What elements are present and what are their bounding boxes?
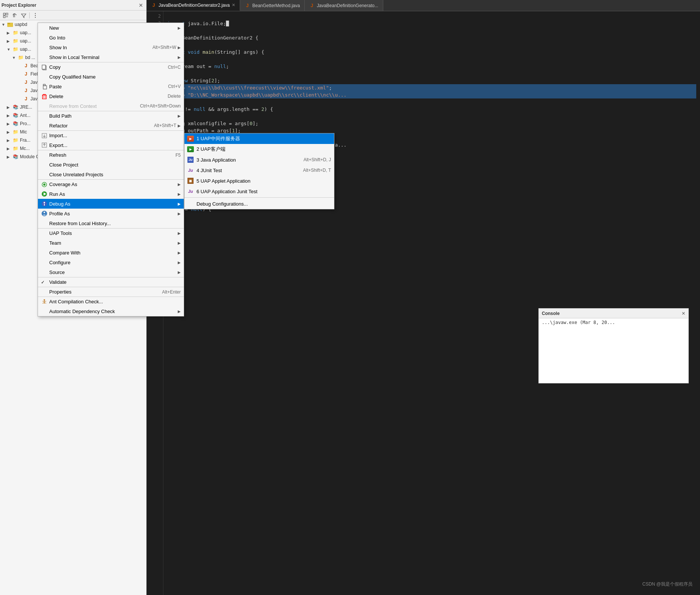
menu-shortcut: Alt+Shift+T xyxy=(154,123,176,128)
menu-item-restore[interactable]: Restore from Local History... xyxy=(38,218,184,228)
watermark: CSDN @我是个假程序员 xyxy=(642,581,692,587)
code-editor: J JavaBeanDefinitionGenerator2.java ✕ J … xyxy=(147,0,700,595)
submenu-item-label: 3 Java Application xyxy=(197,157,296,163)
collapse-all-button[interactable] xyxy=(2,11,10,20)
folder-icon: 📁 xyxy=(17,54,24,61)
tab-label: JavaBeanDefinitionGenerator2.java xyxy=(159,3,230,8)
menu-shortcut: Delete xyxy=(168,94,181,99)
menu-item-label: Export... xyxy=(49,142,181,148)
menu-item-label: Validate xyxy=(49,279,181,285)
tree-label: Ant... xyxy=(20,113,30,118)
svg-point-5 xyxy=(35,15,36,15)
menu-item-refresh[interactable]: Refresh F5 xyxy=(38,150,184,160)
menu-item-label: UAP Tools xyxy=(49,230,176,236)
console-text: ...\javaw.exe (Mar 8, 20... xyxy=(542,320,615,325)
debug-as-submenu: ▶ 1 UAP中间件服务器 ▶ 2 UAP客户端 Ju 3 Java Appli… xyxy=(184,133,334,209)
menu-item-profileas[interactable]: Profile As ▶ xyxy=(38,209,184,218)
project-explorer-toolbar xyxy=(0,11,146,20)
menu-item-paste[interactable]: Paste Ctrl+V xyxy=(38,82,184,91)
tree-item-uapbd-label: uapbd xyxy=(15,22,27,27)
project-icon xyxy=(7,21,14,28)
tab-beangettermethod[interactable]: J BeanGetterMethod.java xyxy=(240,0,305,11)
submenu-item-uap-server[interactable]: ▶ 1 UAP中间件服务器 xyxy=(184,133,334,144)
tree-label: Fra... xyxy=(20,138,30,143)
tab-bar: J JavaBeanDefinitionGenerator2.java ✕ J … xyxy=(147,0,700,11)
menu-item-showin[interactable]: Show In Alt+Shift+W ▶ xyxy=(38,42,184,52)
tab-close-icon[interactable]: ✕ xyxy=(232,3,235,8)
run-icon xyxy=(41,191,48,197)
menu-item-label: Remove from Context xyxy=(49,103,133,109)
svg-rect-10 xyxy=(42,65,45,69)
tree-item-mic-label: Mic xyxy=(20,129,27,135)
menu-item-delete[interactable]: Delete Delete xyxy=(38,91,184,101)
submenu-item-uap-client[interactable]: ▶ 2 UAP客户端 xyxy=(184,144,334,154)
link-with-editor-button[interactable] xyxy=(11,11,19,20)
menu-item-source[interactable]: Source ▶ xyxy=(38,267,184,277)
submenu-item-java-app[interactable]: Ju 3 Java Application Alt+Shift+D, J xyxy=(184,154,334,165)
menu-item-label: Refresh xyxy=(49,152,168,158)
menu-item-label: Close Unrelated Projects xyxy=(49,172,181,177)
menu-item-refactor[interactable]: Refactor Alt+Shift+T ▶ xyxy=(38,121,184,130)
code-line xyxy=(167,70,696,77)
menu-item-label: Delete xyxy=(49,94,160,99)
menu-item-coverageas[interactable]: Coverage As ▶ xyxy=(38,179,184,189)
menu-item-copy[interactable]: Copy Ctrl+C xyxy=(38,62,184,72)
menu-item-label: Build Path xyxy=(49,113,176,119)
menu-item-validate[interactable]: ✓ Validate xyxy=(38,277,184,287)
submenu-item-debug-configs[interactable]: Debug Configurations... xyxy=(184,198,334,209)
paste-icon xyxy=(41,83,48,90)
submenu-item-junit[interactable]: Ju 4 JUnit Test Alt+Shift+D, T xyxy=(184,165,334,176)
menu-item-debugas[interactable]: Debug As ▶ xyxy=(38,199,184,209)
menu-item-label: Compare With xyxy=(49,250,176,256)
menu-item-gointo[interactable]: Go Into xyxy=(38,33,184,42)
submenu-arrow-icon: ▶ xyxy=(178,192,181,196)
menu-item-export[interactable]: Export... xyxy=(38,140,184,150)
console-close-button[interactable]: ✕ xyxy=(682,311,685,316)
menu-item-runas[interactable]: Run As ▶ xyxy=(38,189,184,199)
submenu-separator xyxy=(184,197,334,198)
junit-icon: Ju xyxy=(187,167,194,174)
menu-item-import[interactable]: Import... xyxy=(38,130,184,140)
submenu-item-label: 2 UAP客户端 xyxy=(197,146,331,153)
submenu-arrow-icon: ▶ xyxy=(178,114,181,118)
menu-item-label: Show in Local Terminal xyxy=(49,55,176,60)
menu-item-antcheck[interactable]: Ant Compilation Check... xyxy=(38,297,184,306)
code-line: s = new String[2]; xyxy=(167,77,696,84)
svg-point-4 xyxy=(35,13,36,14)
menu-item-comparewith[interactable]: Compare With ▶ xyxy=(38,248,184,257)
menu-item-copyqualified[interactable]: Copy Qualified Name xyxy=(38,72,184,82)
menu-item-closeunrelated[interactable]: Close Unrelated Projects xyxy=(38,170,184,179)
applet-icon: ▦ xyxy=(187,177,194,185)
submenu-item-uap-junit[interactable]: Ju 6 UAP Application Junit Test xyxy=(184,186,334,197)
tree-label: uap... xyxy=(20,38,31,44)
menu-item-closeproject[interactable]: Close Project xyxy=(38,160,184,170)
menu-item-properties[interactable]: Properties Alt+Enter xyxy=(38,287,184,297)
menu-item-new-label: New xyxy=(49,25,176,31)
more-options-button[interactable] xyxy=(31,11,39,20)
code-content[interactable]: import java.io.File;█ ...vaBeanDefinitio… xyxy=(163,11,700,595)
console-panel: Console ✕ ...\javaw.exe (Mar 8, 20... xyxy=(538,308,689,383)
menu-item-label: Paste xyxy=(49,84,160,89)
import-icon xyxy=(41,132,48,139)
menu-item-new[interactable]: New ▶ xyxy=(38,23,184,33)
java-tab-icon: J xyxy=(245,3,250,8)
menu-item-label: Refactor xyxy=(49,123,147,129)
java-icon: J xyxy=(23,79,29,86)
tab-javabeandefgenerator[interactable]: J JavaBeanDefinitionGenerato... xyxy=(305,0,383,11)
menu-item-label: Profile As xyxy=(49,211,176,217)
close-project-explorer-button[interactable]: ✕ xyxy=(137,2,145,9)
code-line xyxy=(167,27,696,34)
menu-item-showterminal[interactable]: Show in Local Terminal ▶ xyxy=(38,52,184,62)
menu-item-autodep[interactable]: Automatic Dependency Check ▶ xyxy=(38,306,184,316)
menu-item-team[interactable]: Team ▶ xyxy=(38,238,184,248)
menu-item-uaptools[interactable]: UAP Tools ▶ xyxy=(38,228,184,238)
menu-item-label: Debug As xyxy=(49,201,176,207)
filter-button[interactable] xyxy=(20,11,28,20)
svg-rect-0 xyxy=(3,13,5,15)
svg-rect-12 xyxy=(43,84,45,86)
menu-item-label: Close Project xyxy=(49,162,181,168)
menu-item-configure[interactable]: Configure ▶ xyxy=(38,257,184,267)
submenu-item-uap-applet[interactable]: ▦ 5 UAP Applet Application xyxy=(184,176,334,186)
tab-javabeandefgenerator2[interactable]: J JavaBeanDefinitionGenerator2.java ✕ xyxy=(147,0,240,11)
menu-item-buildpath[interactable]: Build Path ▶ xyxy=(38,111,184,121)
